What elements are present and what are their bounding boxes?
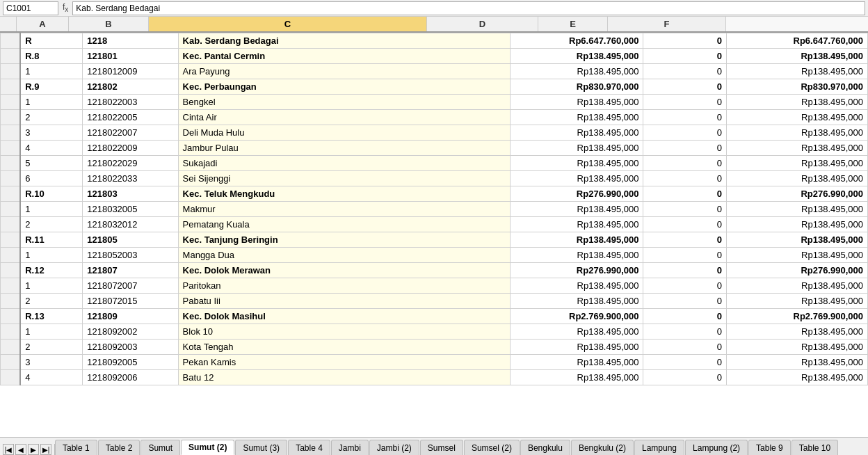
cell-col-f[interactable]: Rp138.495,000 [726,49,867,64]
cell-col-c[interactable]: Kec. Teluk Mengkudu [178,186,511,202]
cell-col-a[interactable]: R.11 [20,232,83,248]
table-row[interactable]: R.11121805Kec. Tanjung BeringinRp138.495… [1,232,868,248]
cell-col-b[interactable]: 121801 [83,49,178,64]
table-row[interactable]: R.10121803Kec. Teluk MengkuduRp276.990,0… [1,186,868,202]
row-number[interactable] [1,248,21,263]
cell-col-d[interactable]: Rp2.769.900,000 [511,309,643,324]
cell-col-a[interactable]: 1 [20,324,83,340]
cell-col-f[interactable]: Rp138.495,000 [726,125,867,141]
cell-col-b[interactable]: 1218092002 [83,324,178,340]
cell-reference-box[interactable] [3,1,58,15]
cell-col-a[interactable]: 3 [20,355,83,370]
cell-col-f[interactable]: Rp138.495,000 [726,355,867,370]
cell-col-b[interactable]: 121807 [83,263,178,278]
cell-col-f[interactable]: Rp138.495,000 [726,64,867,79]
cell-col-b[interactable]: 1218052003 [83,248,178,263]
cell-col-a[interactable]: 2 [20,217,83,232]
cell-col-f[interactable]: Rp138.495,000 [726,141,867,156]
cell-col-a[interactable]: 6 [20,171,83,186]
row-number[interactable] [1,79,21,95]
cell-col-d[interactable]: Rp138.495,000 [511,294,643,309]
cell-col-a[interactable]: 3 [20,125,83,141]
row-number[interactable] [1,95,21,110]
cell-col-f[interactable]: Rp138.495,000 [726,294,867,309]
cell-col-c[interactable]: Paritokan [178,278,511,294]
cell-col-d[interactable]: Rp138.495,000 [511,49,643,64]
col-header-d[interactable]: D [427,17,538,31]
cell-col-e[interactable]: 0 [643,340,726,355]
cell-col-d[interactable]: Rp138.495,000 [511,64,643,79]
cell-col-f[interactable]: Rp138.495,000 [726,324,867,340]
cell-col-c[interactable]: Makmur [178,202,511,217]
cell-col-b[interactable]: 1218022029 [83,156,178,171]
cell-col-b[interactable]: 1218092005 [83,355,178,370]
cell-col-d[interactable]: Rp138.495,000 [511,171,643,186]
cell-col-c[interactable]: Kec. Pantai Cermin [178,49,511,64]
table-row[interactable]: 41218092006Batu 12Rp138.495,0000Rp138.49… [1,370,868,385]
table-row[interactable]: 31218022007Deli Muda HuluRp138.495,0000R… [1,125,868,141]
cell-col-d[interactable]: Rp138.495,000 [511,232,643,248]
sheet-tab-8[interactable]: Sumsel [420,440,463,455]
row-number[interactable] [1,64,21,79]
cell-col-c[interactable]: Ara Payung [178,64,511,79]
cell-col-e[interactable]: 0 [643,263,726,278]
cell-col-a[interactable]: 4 [20,370,83,385]
cell-col-f[interactable]: Rp138.495,000 [726,232,867,248]
col-header-f[interactable]: F [608,17,726,31]
cell-col-c[interactable]: Jambur Pulau [178,141,511,156]
cell-col-c[interactable]: Sei Sijenggi [178,171,511,186]
cell-col-d[interactable]: Rp138.495,000 [511,95,643,110]
row-number[interactable] [1,171,21,186]
cell-col-e[interactable]: 0 [643,156,726,171]
table-row[interactable]: 11218072007ParitokanRp138.495,0000Rp138.… [1,278,868,294]
cell-col-c[interactable]: Kec. Tanjung Beringin [178,232,511,248]
table-row[interactable]: 31218092005Pekan KamisRp138.495,0000Rp13… [1,355,868,370]
row-number[interactable] [1,370,21,385]
row-number[interactable] [1,186,21,202]
cell-col-e[interactable]: 0 [643,294,726,309]
row-number[interactable] [1,232,21,248]
col-header-e[interactable]: E [538,17,608,31]
cell-col-c[interactable]: Kota Tengah [178,340,511,355]
cell-col-b[interactable]: 1218022009 [83,141,178,156]
cell-col-d[interactable]: Rp138.495,000 [511,156,643,171]
tab-nav-last[interactable]: ▶| [40,444,51,455]
row-number[interactable] [1,49,21,64]
row-number[interactable] [1,263,21,278]
table-row[interactable]: 11218012009Ara PayungRp138.495,0000Rp138… [1,64,868,79]
cell-col-e[interactable]: 0 [643,186,726,202]
cell-col-e[interactable]: 0 [643,324,726,340]
sheet-tab-10[interactable]: Bengkulu [520,440,570,455]
table-row[interactable]: 21218072015Pabatu IiiRp138.495,0000Rp138… [1,294,868,309]
cell-col-e[interactable]: 0 [643,202,726,217]
cell-col-b[interactable]: 1218092003 [83,340,178,355]
cell-col-d[interactable]: Rp6.647.760,000 [511,33,643,49]
cell-col-d[interactable]: Rp830.970,000 [511,79,643,95]
table-row[interactable]: 21218032012Pematang KualaRp138.495,0000R… [1,217,868,232]
cell-col-e[interactable]: 0 [643,355,726,370]
cell-col-a[interactable]: R.10 [20,186,83,202]
cell-col-f[interactable]: Rp138.495,000 [726,370,867,385]
cell-col-d[interactable]: Rp138.495,000 [511,141,643,156]
cell-col-c[interactable]: Bengkel [178,95,511,110]
cell-col-f[interactable]: Rp138.495,000 [726,217,867,232]
table-row[interactable]: R.9121802Kec. PerbaunganRp830.970,0000Rp… [1,79,868,95]
cell-col-a[interactable]: 1 [20,278,83,294]
table-row[interactable]: R.8121801Kec. Pantai CerminRp138.495,000… [1,49,868,64]
cell-col-a[interactable]: 5 [20,156,83,171]
table-row[interactable]: R.12121807Kec. Dolok MerawanRp276.990,00… [1,263,868,278]
table-row[interactable]: 21218022005Cinta AirRp138.495,0000Rp138.… [1,110,868,125]
cell-col-f[interactable]: Rp276.990,000 [726,263,867,278]
col-header-a[interactable]: A [17,17,69,31]
cell-col-d[interactable]: Rp138.495,000 [511,370,643,385]
cell-col-e[interactable]: 0 [643,248,726,263]
col-header-c[interactable]: C [149,17,427,31]
cell-col-b[interactable]: 1218 [83,33,178,49]
cell-col-c[interactable]: Pekan Kamis [178,355,511,370]
sheet-tab-13[interactable]: Lampung (2) [685,440,748,455]
cell-col-a[interactable]: 2 [20,340,83,355]
cell-col-a[interactable]: R.8 [20,49,83,64]
table-row[interactable]: 11218032005MakmurRp138.495,0000Rp138.495… [1,202,868,217]
cell-col-b[interactable]: 121802 [83,79,178,95]
cell-col-f[interactable]: Rp138.495,000 [726,248,867,263]
